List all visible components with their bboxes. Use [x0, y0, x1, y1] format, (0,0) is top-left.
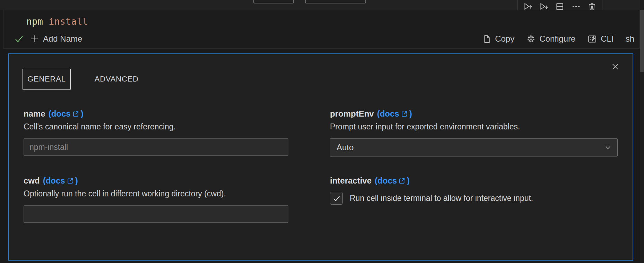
field-name-docs-link[interactable]: (docs ): [49, 109, 84, 119]
field-promptenv-heading: promptEnv (docs ): [330, 109, 618, 119]
field-promptenv: promptEnv (docs ) Prompt user input for …: [330, 109, 618, 156]
add-name-button[interactable]: Add Name: [29, 34, 82, 44]
add-name-label: Add Name: [43, 34, 82, 44]
cell-success-indicator: [14, 34, 24, 44]
dialog-tabs: GENERAL ADVANCED: [23, 69, 633, 90]
cli-terminal-icon: [587, 34, 597, 44]
chevron-down-icon: [603, 143, 612, 152]
interactive-checkbox-label: Run cell inside terminal to allow for in…: [350, 194, 533, 203]
field-cwd: cwd (docs ) Optionally run the cell in d…: [24, 176, 288, 223]
language-indicator[interactable]: sh: [626, 34, 634, 44]
cell-status-bar: Add Name Copy: [3, 32, 639, 46]
interactive-checkbox-row: Run cell inside terminal to allow for in…: [330, 192, 618, 205]
external-link-icon: [398, 177, 406, 185]
field-name: name (docs ) Cell's canonical name for e…: [24, 109, 288, 156]
gear-icon: [526, 34, 536, 44]
field-interactive-docs-link[interactable]: (docs ): [375, 176, 410, 186]
cli-button[interactable]: CLI: [587, 34, 613, 44]
cwd-input[interactable]: [24, 205, 288, 223]
field-cwd-docs-link[interactable]: (docs ): [43, 176, 78, 186]
copy-button[interactable]: Copy: [482, 34, 514, 44]
field-name-description: Cell's canonical name for easy referenci…: [24, 122, 288, 132]
code-token-argument: install: [43, 16, 88, 27]
promptenv-select-value: Auto: [337, 143, 354, 152]
field-name-label: name: [24, 109, 45, 119]
external-link-icon: [401, 110, 408, 118]
status-bar-right: Copy Configure: [470, 34, 634, 44]
field-name-heading: name (docs ): [24, 109, 288, 119]
dialog-fields-grid: name (docs ) Cell's canonical name for e…: [24, 109, 618, 223]
field-cwd-heading: cwd (docs ): [24, 176, 288, 186]
copy-label: Copy: [495, 34, 514, 44]
field-cwd-label: cwd: [24, 176, 40, 186]
top-strip: [0, 0, 640, 10]
tab-advanced[interactable]: ADVANCED: [90, 69, 143, 90]
interactive-checkbox[interactable]: [330, 192, 343, 205]
cell-code[interactable]: npm install: [26, 16, 88, 27]
plus-icon: [29, 34, 40, 44]
truncated-button[interactable]: [253, 0, 294, 3]
status-bar-left: Add Name: [14, 34, 87, 44]
cell-configure-dialog: GENERAL ADVANCED name (docs ): [8, 53, 633, 261]
configure-label: Configure: [539, 34, 575, 44]
scrollbar-thumb[interactable]: [640, 10, 644, 72]
configure-button[interactable]: Configure: [526, 34, 575, 44]
vertical-scrollbar[interactable]: [640, 0, 644, 263]
check-icon: [14, 34, 24, 44]
notebook-cell: npm install Add Name: [3, 10, 639, 49]
close-icon[interactable]: [610, 61, 621, 72]
field-cwd-description: Optionally run the cell in different wor…: [24, 189, 288, 198]
truncated-button[interactable]: [305, 0, 366, 3]
cli-label: CLI: [601, 34, 613, 44]
field-promptenv-description: Prompt user input for exported environme…: [330, 122, 618, 132]
copy-icon: [482, 34, 491, 44]
promptenv-select[interactable]: Auto: [330, 138, 618, 156]
external-link-icon: [67, 177, 74, 185]
name-input[interactable]: [24, 138, 288, 156]
field-interactive: interactive (docs ): [330, 176, 618, 223]
external-link-icon: [72, 110, 79, 118]
field-interactive-heading: interactive (docs ): [330, 176, 618, 186]
field-promptenv-docs-link[interactable]: (docs ): [377, 109, 412, 119]
language-label: sh: [626, 34, 634, 44]
field-promptenv-label: promptEnv: [330, 109, 374, 119]
code-token-command: npm: [26, 16, 43, 27]
tab-general[interactable]: GENERAL: [23, 69, 71, 90]
field-interactive-label: interactive: [330, 176, 372, 186]
